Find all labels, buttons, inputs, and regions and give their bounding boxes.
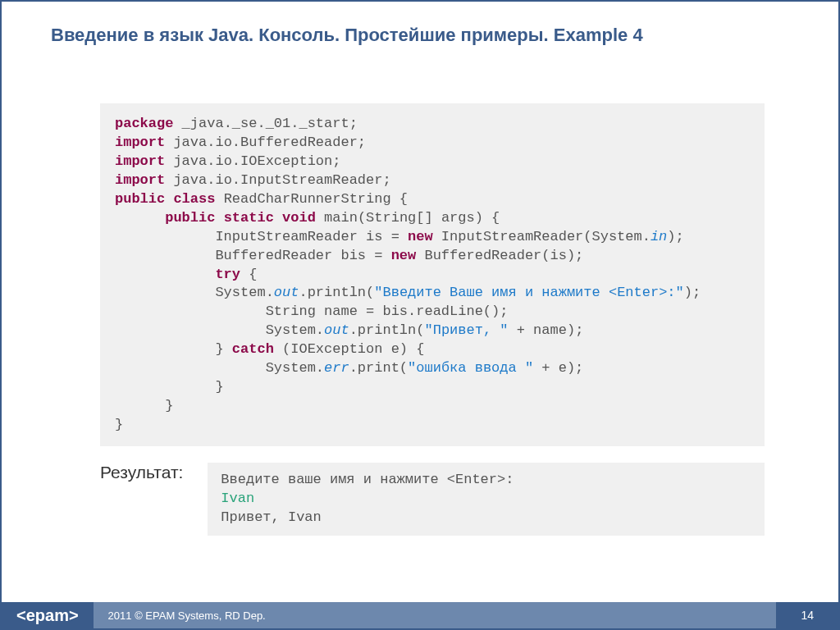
code-text: (IOException e) { <box>274 341 425 357</box>
code-text: java.io.InputStreamReader; <box>165 172 390 188</box>
code-text: BufferedReader(is); <box>416 248 583 263</box>
code-text: .println( <box>349 322 425 338</box>
output-line: Привет, Ivan <box>221 509 321 525</box>
code-text: } <box>115 398 173 413</box>
code-text: BufferedReader bis = <box>115 248 391 263</box>
code-text: _java._se._01._start; <box>173 116 357 131</box>
code-text: InputStreamReader is = <box>115 229 408 244</box>
code-text: InputStreamReader(System. <box>433 229 651 244</box>
code-kw: import <box>115 172 165 188</box>
code-text: System. <box>115 285 274 300</box>
code-kw: import <box>115 135 165 150</box>
code-text: .print( <box>349 360 408 376</box>
code-text: System. <box>115 322 324 338</box>
code-kw: public <box>115 191 165 207</box>
code-field: in <box>651 229 667 244</box>
code-kw: class <box>173 191 215 207</box>
code-field: err <box>324 360 349 376</box>
code-kw: static <box>224 210 274 226</box>
code-text: .println( <box>299 285 374 300</box>
code-field: out <box>274 285 299 300</box>
footer-copyright: 2011 © EPAM Systems, RD Dep. <box>94 602 777 628</box>
code-kw: try <box>215 267 240 282</box>
code-text: } <box>115 379 224 395</box>
code-text: java.io.BufferedReader; <box>165 135 366 150</box>
code-text: } <box>115 341 232 357</box>
code-text: { <box>240 267 257 282</box>
result-label: Результат: <box>100 463 183 482</box>
code-text: ); <box>684 285 701 300</box>
code-text: java.io.IOException; <box>165 153 340 169</box>
code-text: ReadCharRunnerString { <box>215 191 408 207</box>
code-field: out <box>324 322 349 338</box>
code-kw: new <box>391 248 417 263</box>
output-input: Ivan <box>221 491 254 506</box>
code-text: + name); <box>509 322 584 338</box>
output-block: Введите ваше имя и нажмите <Enter>: Ivan… <box>208 463 765 536</box>
code-text: ); <box>667 229 683 244</box>
code-text: String name = bis.readLine(); <box>115 304 508 319</box>
code-kw: new <box>408 229 433 244</box>
code-string: "Привет, " <box>424 322 508 338</box>
code-text: System. <box>115 360 324 376</box>
code-string: "ошибка ввода " <box>408 360 533 376</box>
output-line: Введите ваше имя и нажмите <Enter>: <box>221 472 514 487</box>
code-string: "Введите Ваше имя и нажмите <Enter>:" <box>374 285 683 300</box>
slide-title: Введение в язык Java. Консоль. Простейши… <box>2 2 838 54</box>
code-kw: public <box>165 210 215 226</box>
code-kw: import <box>115 153 165 169</box>
code-kw: package <box>115 116 173 131</box>
result-row: Результат: Введите ваше имя и нажмите <E… <box>100 463 765 536</box>
code-text: } <box>115 417 123 432</box>
footer-logo: <epam> <box>2 602 94 628</box>
code-text: + e); <box>533 360 583 376</box>
code-text: main(String[] args) { <box>316 210 500 226</box>
code-kw: catch <box>232 341 274 357</box>
footer-page-number: 14 <box>776 602 838 628</box>
footer: <epam> 2011 © EPAM Systems, RD Dep. 14 <box>2 602 838 628</box>
code-block: package _java._se._01._start; import jav… <box>100 103 765 446</box>
code-kw: void <box>282 210 316 226</box>
